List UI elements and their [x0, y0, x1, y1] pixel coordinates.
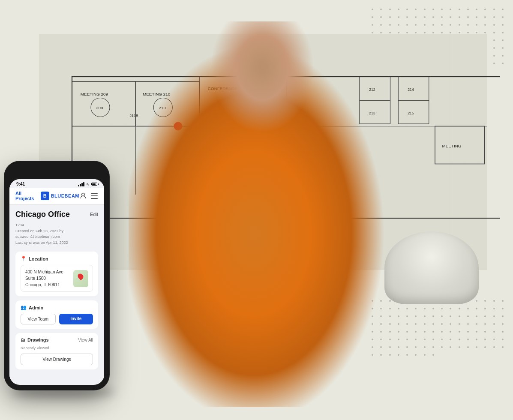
project-meta: 1234 Created on Feb 23, 2021 by sdawson@… [15, 222, 98, 246]
view-team-button[interactable]: View Team [21, 314, 56, 324]
admin-header: 👥 Admin [21, 305, 93, 310]
all-projects-link[interactable]: All Projects [15, 191, 41, 201]
project-id: 1234 [15, 222, 98, 228]
drawings-section: 🗂 Drawings View All Recently Viewed View… [15, 333, 98, 369]
map-pin [77, 272, 84, 280]
phone-screen: 9:41 ∿ [9, 179, 104, 385]
menu-icon[interactable] [90, 192, 98, 200]
svg-rect-36 [91, 193, 98, 194]
svg-rect-38 [91, 198, 98, 199]
scene: // Will be rendered via JS below MEETING… [0, 0, 513, 420]
bluebeam-icon: B [41, 192, 49, 200]
worker-area [107, 0, 513, 420]
invite-button[interactable]: Invite [59, 314, 93, 324]
wifi-icon: ∿ [86, 182, 90, 186]
worker-figure [129, 21, 407, 407]
signal-icon [78, 182, 84, 186]
project-created: Created on Feb 23, 2021 by sdawson@blueb… [15, 228, 98, 240]
location-title: 📍 Location [21, 256, 48, 261]
drawings-title: 🗂 Drawings [21, 337, 49, 342]
admin-buttons: View Team Invite [21, 314, 93, 324]
drawings-icon: 🗂 [21, 337, 25, 342]
admin-title: 👥 Admin [21, 305, 43, 310]
project-title: Chicago Office [15, 210, 70, 219]
app-content: Chicago Office Edit 1234 Created on Feb … [9, 205, 104, 379]
phone-frame: 9:41 ∿ [4, 161, 109, 390]
location-icon: 📍 [21, 256, 27, 261]
project-sync: Last sync was on Apr 11, 2022 [15, 240, 98, 246]
address-line2: Chicago, IL 60611 [25, 282, 73, 288]
location-header: 📍 Location [21, 256, 93, 261]
drawings-header: 🗂 Drawings View All [21, 337, 93, 342]
app-nav[interactable]: All Projects B BLUEBEAM [9, 188, 104, 205]
address-line1: 400 N Michigan Ave Suite 1500 [25, 269, 73, 282]
bluebeam-letter: B [43, 193, 47, 198]
admin-section: 👥 Admin View Team Invite [15, 300, 98, 329]
edit-button[interactable]: Edit [90, 212, 98, 217]
status-icons: ∿ [78, 182, 97, 186]
location-section: 📍 Location 400 N Michigan Ave Suite 1500… [15, 252, 98, 296]
status-time: 9:41 [16, 182, 25, 186]
view-drawings-button[interactable]: View Drawings [21, 354, 93, 365]
nav-icons [79, 192, 98, 200]
bluebeam-logo: B BLUEBEAM [41, 192, 79, 200]
project-header: Chicago Office Edit [15, 210, 98, 220]
location-text: 400 N Michigan Ave Suite 1500 Chicago, I… [25, 269, 73, 288]
user-icon[interactable] [79, 192, 87, 200]
admin-icon: 👥 [21, 305, 27, 310]
phone-notch [40, 166, 74, 176]
map-thumbnail[interactable] [73, 270, 88, 287]
location-card[interactable]: 400 N Michigan Ave Suite 1500 Chicago, I… [21, 265, 93, 292]
battery-icon [91, 183, 97, 186]
recently-viewed-label: Recently Viewed [21, 346, 93, 350]
svg-text:209: 209 [96, 105, 103, 110]
phone-mockup: 9:41 ∿ [4, 161, 109, 390]
view-all-link[interactable]: View All [78, 338, 93, 342]
status-bar: 9:41 ∿ [9, 179, 104, 188]
svg-rect-37 [91, 195, 98, 196]
svg-text:MEETING 209: MEETING 209 [81, 92, 108, 96]
bluebeam-wordmark: BLUEBEAM [51, 193, 79, 198]
hardhat [384, 231, 479, 304]
